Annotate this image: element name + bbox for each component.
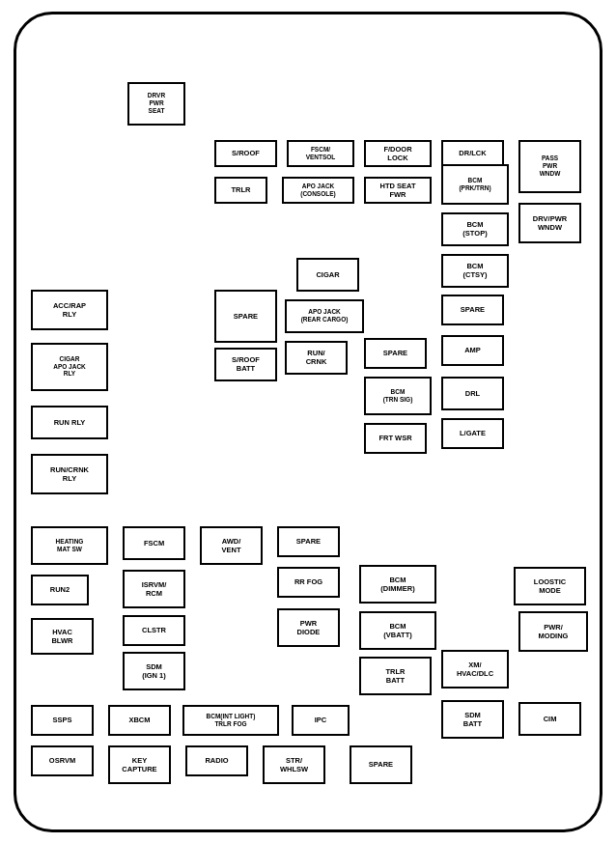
cim: CIM: [518, 702, 581, 736]
run2: RUN2: [31, 575, 89, 605]
run-rly: RUN RLY: [31, 406, 108, 439]
amp: AMP: [441, 335, 504, 366]
spare-mid2: SPARE: [364, 338, 427, 369]
run-crnk: RUN/ CRNK: [285, 341, 348, 375]
cigar: CIGAR: [296, 258, 359, 292]
spare-right1: SPARE: [441, 295, 504, 325]
sdm-batt: SDM BATT: [441, 700, 504, 739]
bcm-ctsy: BCM (CTSY): [441, 254, 509, 288]
key-capture: KEY CAPTURE: [108, 745, 171, 784]
radio: RADIO: [185, 745, 248, 776]
trlr: TRLR: [214, 177, 267, 204]
clstr: CLSTR: [123, 615, 185, 646]
ssps: SSPS: [31, 705, 94, 736]
bcm-dimmer: BCM (DIMMER): [359, 565, 436, 604]
fscm-ventsol: FSCM/ VENTSOL: [287, 140, 354, 167]
isrvm-rcm: ISRVM/ RCM: [123, 570, 185, 608]
apo-jack-console: APO JACK (CONSOLE): [282, 177, 354, 204]
acc-rap-rly: ACC/RAP RLY: [31, 290, 108, 330]
bcm-int-light: BCM(INT LIGHT) TRLR FOG: [182, 705, 279, 736]
f-door-lock: F/DOOR LOCK: [364, 140, 432, 167]
run-crnk-rly: RUN/CRNK RLY: [31, 454, 108, 494]
hvac-blwr: HVAC BLWR: [31, 618, 94, 655]
osrvm: OSRVM: [31, 745, 94, 776]
heating-mat-sw: HEATING MAT SW: [31, 526, 108, 565]
drvr-pwr-seat: DRVR PWR SEAT: [127, 82, 185, 126]
drv-pwr-wndw: DRV/PWR WNDW: [518, 203, 581, 243]
bcm-prk-trn: BCM (PRK/TRN): [441, 164, 509, 205]
pwr-moding: PWR/ MODING: [518, 611, 588, 652]
sdm-ign1: SDM (IGN 1): [123, 652, 185, 690]
htd-seat-fwr: HTD SEAT FWR: [364, 177, 432, 204]
s-roof: S/ROOF: [214, 140, 277, 167]
bcm-stop: BCM (STOP): [441, 212, 509, 246]
spare-mid1: SPARE: [214, 290, 277, 343]
trlr-batt: TRLR BATT: [359, 657, 432, 695]
apo-jack-rear: APO JACK (REAR CARGO): [285, 299, 364, 333]
s-roof-batt: S/ROOF BATT: [214, 348, 277, 381]
pwr-diode: PWR DIODE: [277, 608, 340, 647]
spare-bot1: SPARE: [277, 526, 340, 557]
drl: DRL: [441, 377, 504, 410]
bcm-trn-sig: BCM (TRN SIG): [364, 377, 432, 415]
bcm-vbatt: BCM (VBATT): [359, 611, 436, 650]
awd-vent: AWD/ VENT: [200, 526, 263, 565]
fuse-diagram: DRVR PWR SEATS/ROOFFSCM/ VENTSOLF/DOOR L…: [14, 12, 602, 832]
rr-fog: RR FOG: [277, 567, 340, 598]
fscm: FSCM: [123, 526, 185, 560]
xm-hvac-dlc: XM/ HVAC/DLC: [441, 650, 509, 688]
cigar-apo-rly: CIGAR APO JACK RLY: [31, 343, 108, 391]
ipc: IPC: [292, 705, 350, 736]
dr-lck: DR/LCK: [441, 140, 504, 167]
str-whlsw: STR/ WHLSW: [263, 745, 325, 784]
loostic-mode: LOOSTIC MODE: [514, 567, 586, 605]
l-gate: L/GATE: [441, 418, 504, 449]
xbcm: XBCM: [108, 705, 171, 736]
spare-bot2: SPARE: [350, 745, 412, 784]
pass-pwr-wndw: PASS PWR WNDW: [518, 140, 581, 193]
frt-wsr: FRT WSR: [364, 423, 427, 454]
